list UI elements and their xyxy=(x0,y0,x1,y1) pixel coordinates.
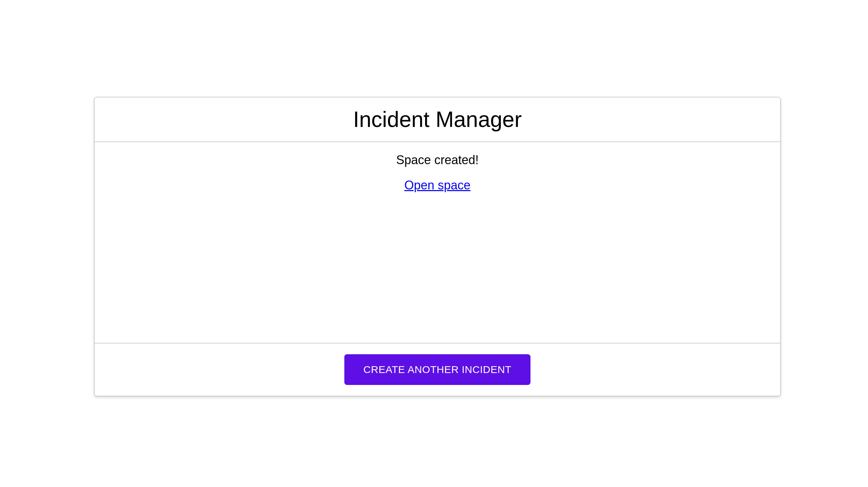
page-title: Incident Manager xyxy=(94,107,780,132)
create-another-incident-button[interactable]: CREATE ANOTHER INCIDENT xyxy=(344,354,530,385)
open-space-link[interactable]: Open space xyxy=(404,178,470,192)
incident-manager-card: Incident Manager Space created! Open spa… xyxy=(94,97,781,396)
card-body: Space created! Open space xyxy=(94,142,780,343)
card-header: Incident Manager xyxy=(94,97,780,142)
card-footer: CREATE ANOTHER INCIDENT xyxy=(94,343,780,396)
status-message: Space created! xyxy=(396,153,479,167)
